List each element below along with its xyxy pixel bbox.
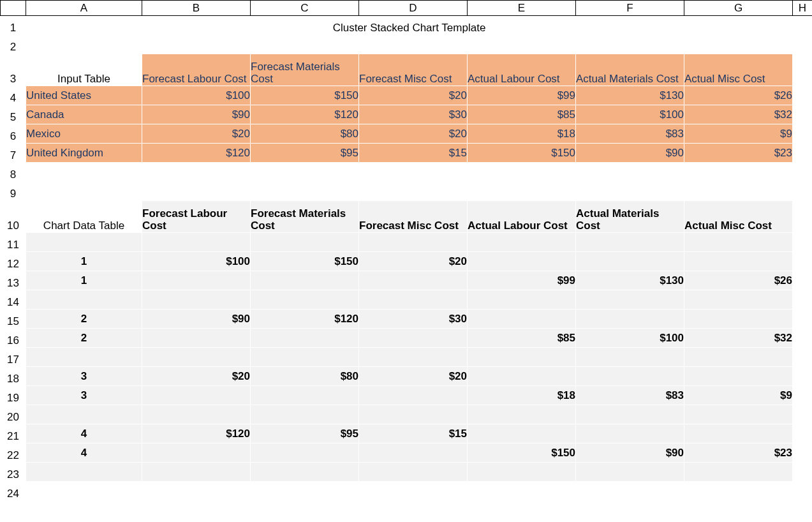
cell-C17[interactable] [251, 348, 359, 367]
cell-F20[interactable] [576, 405, 684, 424]
cell-C14[interactable] [251, 290, 359, 309]
cell-F3[interactable]: Actual Materials Cost [576, 54, 684, 86]
cell-H23[interactable] [793, 463, 813, 482]
cell-H5[interactable] [793, 105, 813, 124]
cell-F23[interactable] [576, 463, 684, 482]
cell-F2[interactable] [576, 35, 684, 54]
cell-H22[interactable] [793, 444, 813, 463]
cell-G5[interactable]: $32 [684, 105, 793, 124]
row-header-1[interactable]: 1 [1, 16, 26, 35]
cell-D18[interactable]: $20 [359, 367, 468, 386]
cell-G13[interactable]: $26 [684, 271, 793, 290]
cell-H9[interactable] [793, 182, 813, 201]
cell-G3[interactable]: Actual Misc Cost [684, 54, 793, 86]
cell-F24[interactable] [576, 482, 684, 501]
cell-G20[interactable] [684, 405, 793, 424]
cell-F8[interactable] [576, 163, 684, 182]
row-header-9[interactable]: 9 [1, 182, 26, 201]
cell-B22[interactable] [142, 444, 251, 463]
cell-H10[interactable] [793, 201, 813, 233]
row-header-2[interactable]: 2 [1, 35, 26, 54]
cell-F7[interactable]: $90 [576, 144, 684, 163]
select-all-corner[interactable] [1, 1, 26, 16]
cell-D5[interactable]: $30 [359, 105, 468, 124]
cell-C5[interactable]: $120 [251, 105, 359, 124]
cell-G23[interactable] [684, 463, 793, 482]
row-header-5[interactable]: 5 [1, 105, 26, 124]
cell-C9[interactable] [251, 182, 359, 201]
row-header-13[interactable]: 13 [1, 271, 26, 290]
row-header-12[interactable]: 12 [1, 252, 26, 271]
cell-F5[interactable]: $100 [576, 105, 684, 124]
cell-G9[interactable] [684, 182, 793, 201]
cell-H17[interactable] [793, 348, 813, 367]
cell-E8[interactable] [468, 163, 576, 182]
cell-D7[interactable]: $15 [359, 144, 468, 163]
cell-C16[interactable] [251, 329, 359, 348]
cell-D3[interactable]: Forecast Misc Cost [359, 54, 468, 86]
cell-E2[interactable] [468, 35, 576, 54]
cell-A22[interactable]: 4 [26, 444, 142, 463]
cell-B14[interactable] [142, 290, 251, 309]
cell-D22[interactable] [359, 444, 468, 463]
cell-E23[interactable] [468, 463, 576, 482]
cell-A3-input-label[interactable]: Input Table [26, 54, 142, 86]
row-header-4[interactable]: 4 [1, 86, 26, 105]
cell-B13[interactable] [142, 271, 251, 290]
cell-H20[interactable] [793, 405, 813, 424]
cell-E19[interactable]: $18 [468, 386, 576, 405]
cell-E22[interactable]: $150 [468, 444, 576, 463]
row-header-24[interactable]: 24 [1, 482, 26, 501]
cell-E13[interactable]: $99 [468, 271, 576, 290]
cell-G12[interactable] [684, 252, 793, 271]
cell-A20[interactable] [26, 405, 142, 424]
row-header-8[interactable]: 8 [1, 163, 26, 182]
cell-A11[interactable] [26, 233, 142, 252]
cell-H4[interactable] [793, 86, 813, 105]
row-header-15[interactable]: 15 [1, 309, 26, 329]
cell-A9[interactable] [26, 182, 142, 201]
cell-A19[interactable]: 3 [26, 386, 142, 405]
cell-C6[interactable]: $80 [251, 124, 359, 144]
cell-D24[interactable] [359, 482, 468, 501]
cell-H24[interactable] [793, 482, 813, 501]
cell-C11[interactable] [251, 233, 359, 252]
cell-G4[interactable]: $26 [684, 86, 793, 105]
cell-H19[interactable] [793, 386, 813, 405]
cell-E6[interactable]: $18 [468, 124, 576, 144]
cell-C24[interactable] [251, 482, 359, 501]
cell-A23[interactable] [26, 463, 142, 482]
cell-D20[interactable] [359, 405, 468, 424]
cell-H18[interactable] [793, 367, 813, 386]
cell-E21[interactable] [468, 424, 576, 444]
cell-B7[interactable]: $120 [142, 144, 251, 163]
col-header-G[interactable]: G [684, 1, 793, 16]
cell-A21[interactable]: 4 [26, 424, 142, 444]
cell-B2[interactable] [142, 35, 251, 54]
cell-B4[interactable]: $100 [142, 86, 251, 105]
cell-F22[interactable]: $90 [576, 444, 684, 463]
cell-D19[interactable] [359, 386, 468, 405]
col-header-E[interactable]: E [468, 1, 576, 16]
cell-E18[interactable] [468, 367, 576, 386]
cell-F21[interactable] [576, 424, 684, 444]
cell-F9[interactable] [576, 182, 684, 201]
cell-D23[interactable] [359, 463, 468, 482]
cell-H1[interactable] [793, 16, 813, 35]
row-header-6[interactable]: 6 [1, 124, 26, 144]
cell-B9[interactable] [142, 182, 251, 201]
cell-F14[interactable] [576, 290, 684, 309]
cell-F4[interactable]: $130 [576, 86, 684, 105]
cell-H6[interactable] [793, 124, 813, 144]
cell-A1-title[interactable]: Cluster Stacked Chart Template [26, 16, 793, 35]
row-header-21[interactable]: 21 [1, 424, 26, 444]
cell-B17[interactable] [142, 348, 251, 367]
cell-A8[interactable] [26, 163, 142, 182]
cell-F16[interactable]: $100 [576, 329, 684, 348]
cell-G24[interactable] [684, 482, 793, 501]
col-header-B[interactable]: B [142, 1, 251, 16]
cell-G2[interactable] [684, 35, 793, 54]
cell-C19[interactable] [251, 386, 359, 405]
col-header-F[interactable]: F [576, 1, 684, 16]
cell-G17[interactable] [684, 348, 793, 367]
